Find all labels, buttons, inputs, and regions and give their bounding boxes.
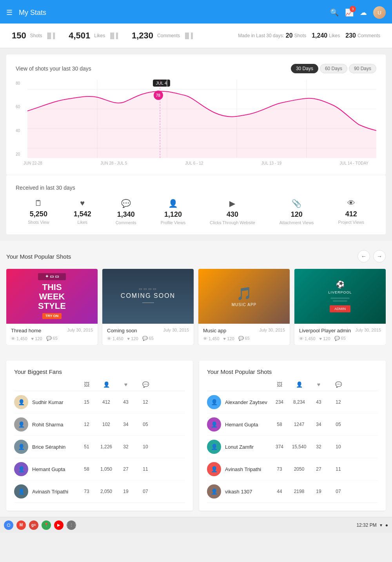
maps-icon[interactable]: 📍 (42, 520, 51, 530)
most-popular-table-header: 🖼 👤 ♥ 💬 (207, 381, 378, 391)
shots-number: 150 (12, 31, 26, 41)
y-label-80: 80 (16, 81, 20, 85)
received-section: Received in last 30 days 🗒 5,250 Shots V… (6, 175, 386, 234)
last30-comments-number: 230 (345, 32, 356, 39)
user-cell-4-1: 58 (77, 466, 96, 472)
clicks-icon: ▶ (210, 199, 255, 208)
received-title: Received in last 30 days (16, 185, 376, 191)
gmail-icon[interactable]: M (16, 520, 26, 530)
shot-views-thread: 👁 1,450 (11, 336, 27, 341)
shot-card-thread[interactable]: ✦ ▭ ▭ THISWEEKSTYLE TRY ON Thread home J… (6, 269, 98, 345)
popular-cell-1-4: 12 (328, 399, 348, 405)
shot-views-music: 👁 1,450 (203, 336, 220, 341)
tab-90days[interactable]: 90 Days (349, 64, 376, 73)
shots-view-number: 5,250 (28, 210, 49, 218)
x-label-2: JUN 28 - JUL 5 (100, 161, 127, 165)
user-cell-4-3: 27 (116, 466, 136, 472)
tab-30days[interactable]: 30 Days (291, 64, 318, 73)
shot-meta-thread: 👁 1,450 ♥ 120 💬 65 (11, 336, 93, 341)
fans-col-comments: 💬 (136, 381, 155, 388)
popular-col-follow: 👤 (289, 381, 309, 388)
tab-60days[interactable]: 60 Days (320, 64, 347, 73)
user-info-5: 👤 Avinash Tripathi (14, 484, 77, 499)
user-cell-1-3: 43 (116, 399, 136, 405)
next-arrow[interactable]: → (373, 250, 386, 263)
shot-name-liverpool: Liverpool Player admin (299, 328, 351, 334)
fans-col-likes: ♥ (116, 381, 136, 388)
youtube-icon[interactable]: ▶ (54, 520, 64, 530)
likes-label-r: Likes (74, 220, 91, 225)
user-info-4: 👤 Hemant Gupta (14, 462, 77, 476)
likes-chart-icon: ▐▌▌ (108, 33, 120, 39)
user-avatar[interactable]: U (373, 6, 386, 19)
search-icon[interactable]: 🔍 (330, 8, 339, 17)
menu-icon[interactable]: ☰ (6, 8, 13, 17)
most-popular-title: Your Most Popular Shots (207, 368, 378, 375)
popular-cell-4-1: 73 (270, 466, 289, 472)
received-likes: ♥ 1,542 Likes (74, 199, 91, 225)
user-name-4: Hemant Gupta (32, 466, 65, 472)
user-avatar-5: 👤 (14, 484, 28, 499)
popular-cell-5-2: 2198 (289, 489, 309, 494)
cloud-icon[interactable]: ☁ (360, 8, 367, 17)
user-name-2: Rohit Sharma (32, 422, 63, 428)
popular-user-avatar-5: 👤 (207, 484, 221, 499)
shot-likes-thread: ♥ 120 (31, 336, 42, 341)
header-left: ☰ My Stats (6, 8, 46, 17)
user-cell-3-4: 10 (136, 444, 155, 450)
user-info-2: 👤 Rohit Sharma (14, 417, 77, 431)
chrome-icon[interactable] (4, 520, 13, 530)
taskbar-wifi-icon: ▾ (380, 522, 382, 528)
fans-col-shots: 🖼 (77, 381, 96, 388)
likes-value: 1,542 (74, 210, 91, 218)
user-cell-2-3: 34 (116, 422, 136, 427)
shot-meta-music: 👁 1,450 ♥ 120 💬 65 (203, 336, 285, 341)
shot-meta-liverpool: 👁 1,450 ♥ 120 💬 65 (299, 336, 381, 341)
shot-info-thread: Thread home July 30, 2015 👁 1,450 ♥ 120 … (6, 324, 98, 345)
notification-badge: 3 (350, 6, 356, 12)
stats-bar: 150 Shots ▐▌▌ 4,501 Likes ▐▌▌ 1,230 Comm… (0, 24, 392, 48)
shot-card-coming-soon[interactable]: ▭▭▭▭ COMING SOON Coming soon July 30, 20… (102, 269, 194, 345)
popular-cell-4-4: 11 (328, 466, 348, 472)
shot-date-thread: July 30, 2015 (67, 328, 93, 332)
taskbar-time: 12:32 PM (356, 522, 376, 528)
chart-tabs: 30 Days 60 Days 90 Days (291, 64, 376, 73)
user-cell-5-1: 73 (77, 489, 96, 494)
x-label-5: JUL 14 - TODAY (339, 161, 368, 165)
header: ☰ My Stats 🔍 📈 3 ☁ U (0, 2, 392, 24)
table-row: 👤 Hemant Gupta 58 1,050 27 11 (14, 458, 185, 480)
table-row: 👤 Lonut Zamfir 374 15,540 32 10 (207, 436, 378, 458)
shot-card-liverpool[interactable]: ⚽ LIVERPOOL ADMIN Liverpool Player admin… (294, 269, 386, 345)
popular-cell-2-3: 34 (309, 422, 328, 427)
gplus-icon[interactable]: g+ (29, 520, 38, 530)
table-row: 👤 Rohit Sharma 12 102 34 05 (14, 413, 185, 436)
popular-cell-4-2: 2050 (289, 466, 309, 472)
shot-name-coming-soon: Coming soon (107, 328, 137, 334)
user-cell-4-2: 1,050 (96, 466, 116, 472)
popular-cell-5-3: 19 (309, 489, 328, 494)
user-info-3: 👤 Brice Séraphin (14, 440, 77, 454)
chart-svg (27, 80, 376, 158)
shot-card-music[interactable]: 🎵 MUSIC APP Music app July 30, 2015 👁 1,… (198, 269, 290, 345)
svg-point-11 (7, 524, 10, 526)
shots-view-icon: 🗒 (28, 199, 49, 208)
last30-shots-number: 20 (286, 32, 293, 39)
shot-date-liverpool: July 30, 2015 (356, 328, 381, 332)
user-cell-5-2: 2,050 (96, 489, 116, 494)
chart-y-labels: 80 60 40 20 (16, 80, 20, 158)
biggest-fans-title: Your Biggest Fans (14, 368, 185, 375)
user-cell-1-1: 15 (77, 399, 96, 405)
prev-arrow[interactable]: ← (358, 250, 370, 263)
notification-icon[interactable]: 📈 3 (345, 8, 354, 17)
table-row: 👤 Avinash Tripathi 73 2,050 19 07 (14, 480, 185, 503)
apps-icon[interactable]: ⋮⋮⋮ (67, 520, 76, 530)
nav-arrows: ← → (358, 250, 386, 263)
shot-thumb-liverpool: ⚽ LIVERPOOL ADMIN (294, 269, 386, 324)
comments-number: 1,230 (132, 31, 153, 41)
user-cell-3-2: 1,226 (96, 444, 116, 450)
shot-comments-coming-soon: 💬 65 (142, 336, 154, 341)
popular-cell-3-1: 374 (270, 444, 289, 450)
y-label-60: 60 (16, 105, 20, 109)
popular-cell-5-1: 44 (270, 489, 289, 494)
popular-user-info-2: 👤 Hemant Gupta (207, 417, 270, 431)
